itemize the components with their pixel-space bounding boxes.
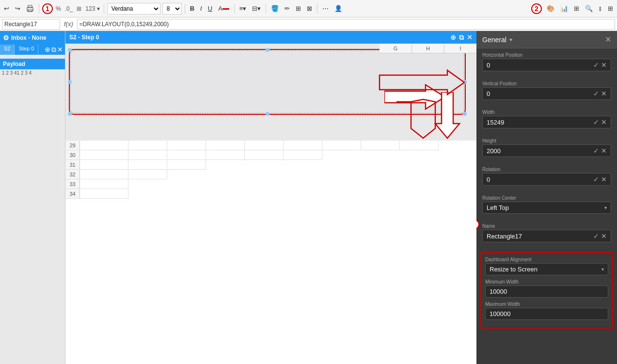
gear-icon[interactable]: ⚙ xyxy=(3,34,9,42)
cell-30-e[interactable] xyxy=(245,150,284,160)
tab-copy-icon[interactable]: ⧉ xyxy=(51,46,56,54)
handle-bottom-left[interactable] xyxy=(68,112,72,116)
minimum-width-row xyxy=(485,285,608,298)
cancel-button[interactable]: ✕ xyxy=(601,61,607,69)
cell-29-e[interactable] xyxy=(245,141,284,150)
cell-29-d[interactable] xyxy=(206,141,245,150)
name-input[interactable] xyxy=(487,233,591,240)
horizontal-position-actions: ✓ ✕ xyxy=(593,61,607,69)
cell-30-b[interactable] xyxy=(128,150,167,160)
handle-top-center[interactable] xyxy=(266,48,269,52)
cell-32-a[interactable] xyxy=(80,170,128,179)
grid2-button[interactable]: ⊞ xyxy=(572,4,581,13)
split-button[interactable]: ⫿ xyxy=(597,4,604,13)
table-button[interactable]: ⊞ xyxy=(294,4,303,13)
more-button[interactable]: ⋯ xyxy=(320,4,331,13)
handle-bottom-center[interactable] xyxy=(266,112,269,116)
color2-button[interactable]: 🎨 xyxy=(545,4,556,13)
chart-button[interactable]: 📊 xyxy=(558,4,570,13)
format-label: ⊞ xyxy=(76,5,82,12)
cancel-name-button[interactable]: ✕ xyxy=(601,232,607,240)
cell-30-a[interactable] xyxy=(80,150,128,160)
cell-31-b[interactable] xyxy=(128,160,167,170)
valign-button[interactable]: ⊟▾ xyxy=(250,4,263,13)
cell-30-d[interactable] xyxy=(206,150,245,160)
rotation-center-section: Rotation Center Left Top Center Right Bo… xyxy=(476,191,617,220)
font-color-button[interactable]: A xyxy=(216,4,231,13)
cell-30-c[interactable] xyxy=(167,150,206,160)
tab-close-icon[interactable]: ✕ xyxy=(57,46,63,54)
move-icon[interactable]: ⊕ xyxy=(450,33,456,42)
redo-button[interactable]: ↪ xyxy=(13,4,22,13)
tab-s2[interactable]: S2 xyxy=(0,45,15,55)
align-button[interactable]: ≡▾ xyxy=(237,4,249,13)
print-button[interactable] xyxy=(24,4,36,14)
rotation-center-select[interactable]: Left Top Center Right Bottom xyxy=(487,204,604,211)
cell-33-a[interactable] xyxy=(80,179,128,189)
maximum-width-input[interactable] xyxy=(490,310,604,317)
apps-button[interactable]: ⊞ xyxy=(606,4,615,13)
width-input[interactable] xyxy=(487,119,591,126)
cell-29-a[interactable] xyxy=(80,141,128,150)
vertical-position-input[interactable] xyxy=(487,90,591,97)
close-icon[interactable]: ✕ xyxy=(467,33,473,42)
dashboard-alignment-chevron: ▾ xyxy=(601,267,604,272)
font-size-select[interactable]: 8 xyxy=(162,3,182,15)
confirm-button[interactable]: ✓ xyxy=(593,61,599,69)
cancel-h-button[interactable]: ✕ xyxy=(601,147,607,155)
row-num-31: 31 xyxy=(65,160,80,170)
tab-move-icon[interactable]: ⊕ xyxy=(45,46,50,54)
panel-close-button[interactable]: ✕ xyxy=(605,35,611,44)
handle-mid-right[interactable] xyxy=(463,80,467,84)
italic-button[interactable]: I xyxy=(198,4,204,13)
handle-bottom-right[interactable] xyxy=(463,112,467,116)
rotation-center-chevron: ▾ xyxy=(604,205,607,210)
cell-31-c[interactable] xyxy=(167,160,206,170)
undo-button[interactable]: ↩ xyxy=(2,4,11,13)
confirm-r-button[interactable]: ✓ xyxy=(593,175,599,183)
handle-top-left[interactable] xyxy=(68,48,72,52)
bold-button[interactable]: B xyxy=(188,4,196,13)
minimum-width-input[interactable] xyxy=(490,288,604,295)
rotation-input[interactable] xyxy=(487,176,591,183)
confirm-vp-button[interactable]: ✓ xyxy=(593,90,599,97)
cell-29-i[interactable] xyxy=(400,141,439,150)
cell-32-b[interactable] xyxy=(128,170,167,179)
cancel-vp-button[interactable]: ✕ xyxy=(601,90,607,97)
separator-1 xyxy=(39,4,39,14)
border-color-button[interactable]: ✏ xyxy=(283,4,292,13)
font-name-select[interactable]: Verdana xyxy=(107,3,160,15)
zoom-button[interactable]: 🔍 xyxy=(583,4,595,13)
horizontal-position-input[interactable] xyxy=(487,62,591,69)
panel-dropdown-icon[interactable]: ▾ xyxy=(509,36,512,43)
cell-31-a[interactable] xyxy=(80,160,128,170)
underline-button[interactable]: U xyxy=(206,4,214,13)
confirm-name-button[interactable]: ✓ xyxy=(593,232,599,240)
table-row: 31 xyxy=(65,160,476,170)
name-box[interactable] xyxy=(2,19,60,30)
confirm-w-button[interactable]: ✓ xyxy=(593,118,599,126)
cell-29-b[interactable] xyxy=(128,141,167,150)
cell-29-f[interactable] xyxy=(284,141,322,150)
tab-step0[interactable]: Step 0 xyxy=(15,45,38,55)
dashboard-alignment-select[interactable]: Resize to Screen Fixed Width Scrollable xyxy=(490,266,601,273)
copy-icon[interactable]: ⧉ xyxy=(459,33,464,42)
cell-30-f[interactable] xyxy=(284,150,322,160)
fill-color-button[interactable]: 🪣 xyxy=(269,4,281,13)
cell-29-h[interactable] xyxy=(361,141,400,150)
handle-mid-left[interactable] xyxy=(68,80,72,84)
merge-button[interactable]: ⊠ xyxy=(305,4,314,13)
rotation-center-row: Left Top Center Right Bottom ▾ xyxy=(482,202,611,214)
cell-34-a[interactable] xyxy=(80,189,128,199)
cancel-w-button[interactable]: ✕ xyxy=(601,118,607,126)
dashboard-alignment-label: Dashboard Alignment xyxy=(485,257,608,262)
confirm-h-button[interactable]: ✓ xyxy=(593,147,599,155)
cell-29-g[interactable] xyxy=(322,141,361,150)
cancel-r-button[interactable]: ✕ xyxy=(601,175,607,183)
formula-input[interactable] xyxy=(77,19,615,30)
row-num-34: 34 xyxy=(65,189,80,199)
left-sidebar: ⚙ Inbox - None S2 Step 0 ⊕ ⧉ ✕ Payload 1… xyxy=(0,31,65,364)
cell-29-c[interactable] xyxy=(167,141,206,150)
height-input[interactable] xyxy=(487,147,591,155)
user-button[interactable]: 👤 xyxy=(332,4,344,13)
